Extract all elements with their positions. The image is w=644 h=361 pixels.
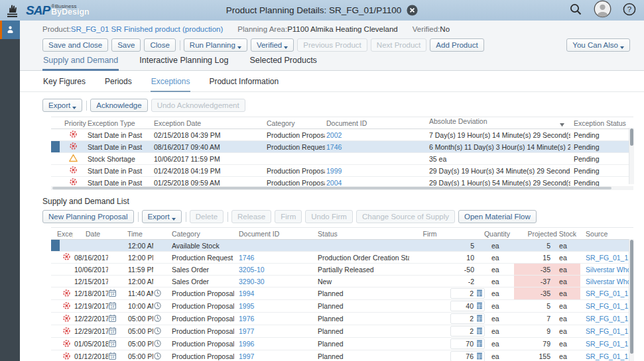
col-source[interactable]: Source — [580, 228, 633, 240]
supply-demand-row[interactable]: 08/16/201712:00 PMProduction Request1746… — [51, 252, 633, 264]
acknowledge-button[interactable]: Acknowledge — [90, 99, 147, 112]
calendar-icon[interactable]: 14 — [108, 327, 117, 336]
quantity-input[interactable]: 76 — [450, 351, 485, 361]
time-cell[interactable]: 05:00 PM — [121, 350, 153, 361]
time-picker-cell[interactable] — [153, 300, 168, 313]
row-selector[interactable] — [51, 165, 60, 177]
clock-icon[interactable] — [153, 327, 162, 336]
save-button[interactable]: Save — [111, 38, 141, 52]
tab-interactive-planning-log[interactable]: Interactive Planning Log — [139, 56, 229, 71]
export-button[interactable]: Export — [142, 210, 182, 223]
document-link[interactable]: 3205-10 — [239, 266, 265, 274]
col-selection[interactable] — [51, 117, 60, 129]
col-document-id[interactable]: Document ID — [234, 228, 312, 240]
col-quantity[interactable]: Quantity — [450, 228, 514, 240]
row-selector[interactable] — [51, 300, 60, 313]
quantity-input[interactable]: 70 — [450, 338, 485, 349]
time-picker-cell[interactable] — [153, 287, 168, 300]
row-selector[interactable] — [51, 325, 60, 338]
col-firm[interactable]: Firm — [409, 228, 450, 240]
supply-demand-row[interactable]: 12/22/20171405:00 PMProduction Proposal1… — [51, 313, 633, 325]
exception-row[interactable]: Stock Shortage10/06/2017 11:59 PM35 eaPe… — [51, 153, 633, 165]
exception-row[interactable]: Start Date in Past02/15/2018 04:39 PMPro… — [51, 129, 633, 141]
supply-demand-row[interactable]: 10/06/201711:59 PMSales Order3205-10Part… — [51, 264, 633, 276]
quantity-cell[interactable]: 2 — [450, 287, 485, 300]
source-link[interactable]: SR_FG_01_1 — [586, 254, 628, 262]
document-link[interactable]: 2004 — [326, 179, 342, 187]
quantity-grid-icon[interactable] — [476, 314, 483, 324]
exceptions-scroll-thumb[interactable] — [630, 129, 633, 146]
row-selector[interactable] — [51, 252, 60, 264]
exception-row[interactable]: Start Date in Past08/16/2017 09:40 AMPro… — [51, 141, 633, 153]
time-cell[interactable]: 05:00 PM — [121, 325, 153, 338]
clock-icon[interactable] — [153, 289, 162, 299]
date-picker-cell[interactable]: 14 — [108, 325, 121, 338]
col-exception-status[interactable]: Exception Status — [570, 117, 633, 129]
document-link[interactable]: 2002 — [326, 131, 342, 139]
col-date[interactable]: Date — [73, 228, 121, 240]
date-picker-cell[interactable]: 14 — [108, 287, 121, 300]
verified-button[interactable]: Verified — [251, 38, 294, 52]
search-icon[interactable] — [569, 3, 582, 19]
col-document-id[interactable]: Document ID — [325, 117, 428, 129]
date-cell[interactable]: 12/18/2017 — [73, 287, 108, 300]
time-picker-cell[interactable] — [153, 350, 168, 361]
col-exception-type[interactable]: Exception Type — [86, 117, 153, 129]
time-picker-cell[interactable] — [153, 313, 168, 325]
document-link[interactable]: 1976 — [239, 315, 254, 323]
supply-demand-row[interactable]: 12/18/20171411:40 AMProduction Proposal1… — [51, 287, 633, 300]
supply-demand-row[interactable]: 12:00 AMAvailable Stock5ea5ea — [51, 240, 633, 252]
clock-icon[interactable] — [153, 314, 162, 324]
calendar-icon[interactable]: 14 — [108, 339, 117, 349]
col-category[interactable]: Category — [265, 117, 325, 129]
byd-menu-hand-icon[interactable] — [5, 3, 21, 19]
supply-demand-row[interactable]: 01/12/20181405:00 PMProduction Proposal1… — [51, 350, 633, 361]
sd-vertical-scrollbar[interactable] — [629, 239, 634, 361]
document-link[interactable]: 1746 — [239, 254, 254, 262]
quantity-grid-icon[interactable] — [476, 339, 483, 349]
source-link[interactable]: SR_FG_01_1 — [586, 302, 628, 310]
date-cell[interactable]: 01/12/2018 — [73, 350, 108, 361]
date-cell[interactable]: 12/19/2017 — [73, 300, 108, 313]
source-link[interactable]: Silverstar Whol... — [586, 266, 633, 274]
source-link[interactable]: SR_FG_01_1 — [586, 327, 628, 335]
col-category[interactable]: Category — [168, 228, 234, 240]
tab-supply-and-demand[interactable]: Supply and Demand — [42, 56, 119, 71]
quantity-cell[interactable]: 2 — [450, 325, 485, 338]
document-link[interactable]: 1994 — [239, 289, 254, 297]
calendar-icon[interactable]: 14 — [108, 352, 117, 361]
row-selector[interactable] — [51, 264, 60, 276]
subtab-exceptions[interactable]: Exceptions — [151, 77, 191, 92]
date-picker-cell[interactable]: 14 — [108, 350, 121, 361]
col-status[interactable]: Status — [312, 228, 409, 240]
open-material-flow-button[interactable]: Open Material Flow — [458, 210, 537, 223]
document-link[interactable]: 3290-30 — [239, 278, 265, 285]
calendar-icon[interactable]: 14 — [108, 301, 117, 311]
row-selector[interactable] — [51, 313, 60, 325]
clock-icon[interactable] — [153, 339, 162, 349]
col-exception[interactable]: Except... — [51, 228, 73, 240]
exceptions-hscroll-thumb[interactable] — [52, 187, 612, 189]
help-icon[interactable]: ? — [623, 3, 636, 19]
time-cell[interactable]: 05:00 PM — [121, 313, 153, 325]
date-picker-cell[interactable]: 14 — [108, 300, 121, 313]
row-selector[interactable] — [51, 350, 60, 361]
date-picker-cell[interactable]: 14 — [108, 313, 121, 325]
add-product-button[interactable]: Add Product — [430, 38, 483, 52]
exceptions-horizontal-scrollbar[interactable] — [51, 186, 633, 190]
quantity-grid-icon[interactable] — [476, 301, 483, 311]
row-selector[interactable] — [51, 153, 60, 165]
col-absolute-deviation[interactable]: Absolute Deviation — [428, 117, 570, 129]
time-picker-cell[interactable] — [153, 325, 168, 338]
row-selector[interactable] — [51, 141, 60, 153]
col-exception-date[interactable]: Exception Date — [153, 117, 265, 129]
quantity-grid-icon[interactable] — [476, 352, 483, 361]
col-projected-stock[interactable]: Projected Stock — [514, 228, 580, 240]
exception-row[interactable]: Start Date in Past01/24/2018 04:19 PMPro… — [51, 165, 633, 177]
col-time[interactable]: Time — [121, 228, 168, 240]
time-cell[interactable]: 05:00 PM — [121, 338, 153, 350]
source-link[interactable]: SR_FG_01_1 — [586, 340, 628, 348]
quantity-cell[interactable]: 70 — [450, 338, 485, 350]
date-cell[interactable]: 12/29/2017 — [73, 325, 108, 338]
run-planning-button[interactable]: Run Planning — [184, 38, 247, 52]
